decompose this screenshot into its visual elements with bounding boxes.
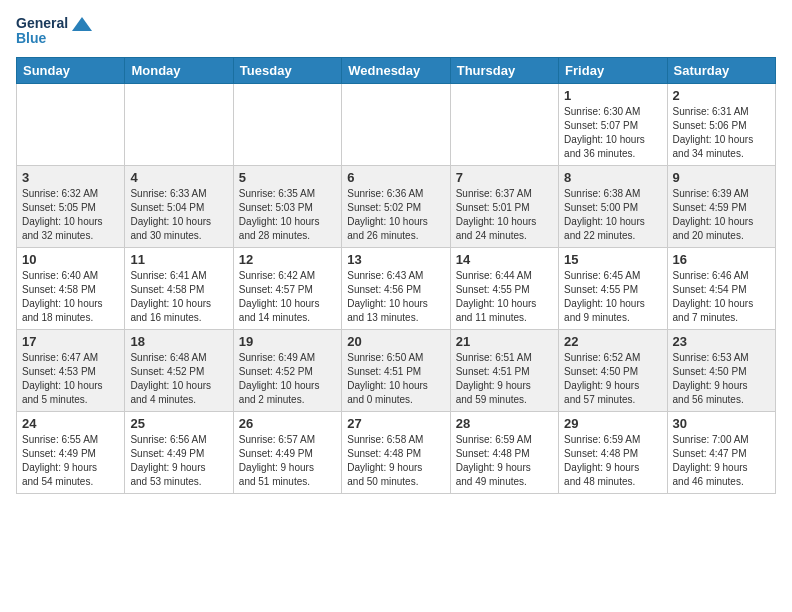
- calendar-cell: 25Sunrise: 6:56 AM Sunset: 4:49 PM Dayli…: [125, 411, 233, 493]
- calendar-cell: 24Sunrise: 6:55 AM Sunset: 4:49 PM Dayli…: [17, 411, 125, 493]
- day-info: Sunrise: 6:31 AM Sunset: 5:06 PM Dayligh…: [673, 105, 770, 161]
- day-info: Sunrise: 6:57 AM Sunset: 4:49 PM Dayligh…: [239, 433, 336, 489]
- day-number: 23: [673, 334, 770, 349]
- calendar-cell: 14Sunrise: 6:44 AM Sunset: 4:55 PM Dayli…: [450, 247, 558, 329]
- day-number: 19: [239, 334, 336, 349]
- col-saturday: Saturday: [667, 57, 775, 83]
- calendar-cell: 13Sunrise: 6:43 AM Sunset: 4:56 PM Dayli…: [342, 247, 450, 329]
- day-number: 5: [239, 170, 336, 185]
- day-number: 14: [456, 252, 553, 267]
- day-info: Sunrise: 6:47 AM Sunset: 4:53 PM Dayligh…: [22, 351, 119, 407]
- calendar-cell: [17, 83, 125, 165]
- calendar-cell: 28Sunrise: 6:59 AM Sunset: 4:48 PM Dayli…: [450, 411, 558, 493]
- day-number: 21: [456, 334, 553, 349]
- calendar-cell: 11Sunrise: 6:41 AM Sunset: 4:58 PM Dayli…: [125, 247, 233, 329]
- day-info: Sunrise: 6:58 AM Sunset: 4:48 PM Dayligh…: [347, 433, 444, 489]
- day-number: 4: [130, 170, 227, 185]
- col-tuesday: Tuesday: [233, 57, 341, 83]
- day-info: Sunrise: 6:46 AM Sunset: 4:54 PM Dayligh…: [673, 269, 770, 325]
- day-info: Sunrise: 6:36 AM Sunset: 5:02 PM Dayligh…: [347, 187, 444, 243]
- day-info: Sunrise: 6:56 AM Sunset: 4:49 PM Dayligh…: [130, 433, 227, 489]
- calendar-cell: 16Sunrise: 6:46 AM Sunset: 4:54 PM Dayli…: [667, 247, 775, 329]
- day-info: Sunrise: 6:40 AM Sunset: 4:58 PM Dayligh…: [22, 269, 119, 325]
- day-number: 6: [347, 170, 444, 185]
- day-info: Sunrise: 6:59 AM Sunset: 4:48 PM Dayligh…: [456, 433, 553, 489]
- calendar-week-row: 1Sunrise: 6:30 AM Sunset: 5:07 PM Daylig…: [17, 83, 776, 165]
- svg-marker-0: [72, 17, 92, 31]
- day-info: Sunrise: 6:48 AM Sunset: 4:52 PM Dayligh…: [130, 351, 227, 407]
- page: General Blue Sunday Monday Tuesday Wedne…: [0, 0, 792, 510]
- calendar-week-row: 3Sunrise: 6:32 AM Sunset: 5:05 PM Daylig…: [17, 165, 776, 247]
- day-number: 13: [347, 252, 444, 267]
- day-number: 1: [564, 88, 661, 103]
- day-info: Sunrise: 6:35 AM Sunset: 5:03 PM Dayligh…: [239, 187, 336, 243]
- day-info: Sunrise: 6:45 AM Sunset: 4:55 PM Dayligh…: [564, 269, 661, 325]
- logo-triangle-icon: [72, 17, 92, 31]
- col-wednesday: Wednesday: [342, 57, 450, 83]
- day-number: 18: [130, 334, 227, 349]
- calendar-cell: 17Sunrise: 6:47 AM Sunset: 4:53 PM Dayli…: [17, 329, 125, 411]
- col-thursday: Thursday: [450, 57, 558, 83]
- day-number: 16: [673, 252, 770, 267]
- calendar-cell: 6Sunrise: 6:36 AM Sunset: 5:02 PM Daylig…: [342, 165, 450, 247]
- calendar-cell: 5Sunrise: 6:35 AM Sunset: 5:03 PM Daylig…: [233, 165, 341, 247]
- logo-general: General: [16, 16, 92, 31]
- day-number: 2: [673, 88, 770, 103]
- header: General Blue: [16, 16, 776, 47]
- day-info: Sunrise: 6:37 AM Sunset: 5:01 PM Dayligh…: [456, 187, 553, 243]
- logo: General Blue: [16, 16, 92, 47]
- day-number: 8: [564, 170, 661, 185]
- day-number: 28: [456, 416, 553, 431]
- col-friday: Friday: [559, 57, 667, 83]
- calendar-cell: 10Sunrise: 6:40 AM Sunset: 4:58 PM Dayli…: [17, 247, 125, 329]
- day-number: 20: [347, 334, 444, 349]
- day-number: 12: [239, 252, 336, 267]
- calendar-week-row: 10Sunrise: 6:40 AM Sunset: 4:58 PM Dayli…: [17, 247, 776, 329]
- calendar-cell: 2Sunrise: 6:31 AM Sunset: 5:06 PM Daylig…: [667, 83, 775, 165]
- calendar-cell: 26Sunrise: 6:57 AM Sunset: 4:49 PM Dayli…: [233, 411, 341, 493]
- day-number: 26: [239, 416, 336, 431]
- day-info: Sunrise: 6:38 AM Sunset: 5:00 PM Dayligh…: [564, 187, 661, 243]
- calendar-cell: 27Sunrise: 6:58 AM Sunset: 4:48 PM Dayli…: [342, 411, 450, 493]
- col-sunday: Sunday: [17, 57, 125, 83]
- day-number: 3: [22, 170, 119, 185]
- day-number: 25: [130, 416, 227, 431]
- logo-blue: Blue: [16, 31, 92, 46]
- day-number: 22: [564, 334, 661, 349]
- day-info: Sunrise: 6:30 AM Sunset: 5:07 PM Dayligh…: [564, 105, 661, 161]
- calendar-cell: [233, 83, 341, 165]
- day-number: 15: [564, 252, 661, 267]
- day-info: Sunrise: 6:59 AM Sunset: 4:48 PM Dayligh…: [564, 433, 661, 489]
- day-info: Sunrise: 6:41 AM Sunset: 4:58 PM Dayligh…: [130, 269, 227, 325]
- calendar-cell: 22Sunrise: 6:52 AM Sunset: 4:50 PM Dayli…: [559, 329, 667, 411]
- calendar-cell: [342, 83, 450, 165]
- day-info: Sunrise: 6:43 AM Sunset: 4:56 PM Dayligh…: [347, 269, 444, 325]
- calendar-cell: 1Sunrise: 6:30 AM Sunset: 5:07 PM Daylig…: [559, 83, 667, 165]
- day-number: 27: [347, 416, 444, 431]
- day-number: 24: [22, 416, 119, 431]
- calendar-header-row: Sunday Monday Tuesday Wednesday Thursday…: [17, 57, 776, 83]
- day-number: 11: [130, 252, 227, 267]
- calendar-cell: 8Sunrise: 6:38 AM Sunset: 5:00 PM Daylig…: [559, 165, 667, 247]
- day-info: Sunrise: 6:32 AM Sunset: 5:05 PM Dayligh…: [22, 187, 119, 243]
- calendar-cell: 20Sunrise: 6:50 AM Sunset: 4:51 PM Dayli…: [342, 329, 450, 411]
- day-info: Sunrise: 6:39 AM Sunset: 4:59 PM Dayligh…: [673, 187, 770, 243]
- day-number: 10: [22, 252, 119, 267]
- calendar-cell: 15Sunrise: 6:45 AM Sunset: 4:55 PM Dayli…: [559, 247, 667, 329]
- calendar-cell: [450, 83, 558, 165]
- day-info: Sunrise: 7:00 AM Sunset: 4:47 PM Dayligh…: [673, 433, 770, 489]
- day-number: 17: [22, 334, 119, 349]
- calendar: Sunday Monday Tuesday Wednesday Thursday…: [16, 57, 776, 494]
- day-info: Sunrise: 6:33 AM Sunset: 5:04 PM Dayligh…: [130, 187, 227, 243]
- day-number: 29: [564, 416, 661, 431]
- calendar-cell: 7Sunrise: 6:37 AM Sunset: 5:01 PM Daylig…: [450, 165, 558, 247]
- calendar-cell: 23Sunrise: 6:53 AM Sunset: 4:50 PM Dayli…: [667, 329, 775, 411]
- calendar-cell: 9Sunrise: 6:39 AM Sunset: 4:59 PM Daylig…: [667, 165, 775, 247]
- day-info: Sunrise: 6:42 AM Sunset: 4:57 PM Dayligh…: [239, 269, 336, 325]
- calendar-cell: 30Sunrise: 7:00 AM Sunset: 4:47 PM Dayli…: [667, 411, 775, 493]
- calendar-week-row: 17Sunrise: 6:47 AM Sunset: 4:53 PM Dayli…: [17, 329, 776, 411]
- day-info: Sunrise: 6:44 AM Sunset: 4:55 PM Dayligh…: [456, 269, 553, 325]
- day-number: 30: [673, 416, 770, 431]
- calendar-week-row: 24Sunrise: 6:55 AM Sunset: 4:49 PM Dayli…: [17, 411, 776, 493]
- day-info: Sunrise: 6:52 AM Sunset: 4:50 PM Dayligh…: [564, 351, 661, 407]
